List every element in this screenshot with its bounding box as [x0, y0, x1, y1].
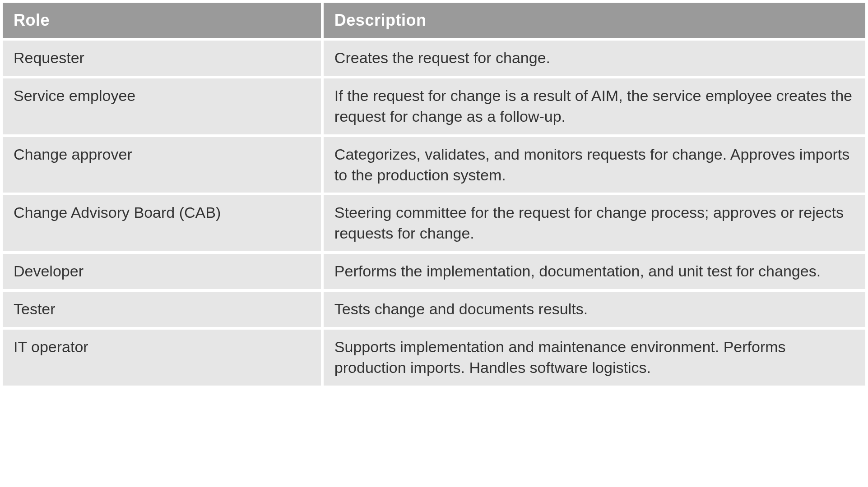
table-row: Requester Creates the request for change… [3, 41, 865, 76]
roles-table: Role Description Requester Creates the r… [0, 0, 868, 388]
table-row: Change approver Categorizes, validates, … [3, 137, 865, 193]
description-cell: Supports implementation and maintenance … [324, 330, 865, 386]
roles-table-container: Role Description Requester Creates the r… [0, 0, 868, 388]
header-description: Description [324, 3, 865, 38]
description-cell: Tests change and documents results. [324, 292, 865, 327]
description-cell: Performs the implementation, documentati… [324, 254, 865, 289]
table-row: Tester Tests change and documents result… [3, 292, 865, 327]
description-cell: Creates the request for change. [324, 41, 865, 76]
table-row: Change Advisory Board (CAB) Steering com… [3, 195, 865, 251]
role-cell: Service employee [3, 78, 321, 134]
role-cell: Developer [3, 254, 321, 289]
role-cell: Change approver [3, 137, 321, 193]
description-cell: Steering committee for the request for c… [324, 195, 865, 251]
role-cell: Tester [3, 292, 321, 327]
table-row: Developer Performs the implementation, d… [3, 254, 865, 289]
description-cell: Categorizes, validates, and monitors req… [324, 137, 865, 193]
header-role: Role [3, 3, 321, 38]
role-cell: IT operator [3, 330, 321, 386]
role-cell: Change Advisory Board (CAB) [3, 195, 321, 251]
table-row: Service employee If the request for chan… [3, 78, 865, 134]
table-header-row: Role Description [3, 3, 865, 38]
role-cell: Requester [3, 41, 321, 76]
description-cell: If the request for change is a result of… [324, 78, 865, 134]
table-row: IT operator Supports implementation and … [3, 330, 865, 386]
